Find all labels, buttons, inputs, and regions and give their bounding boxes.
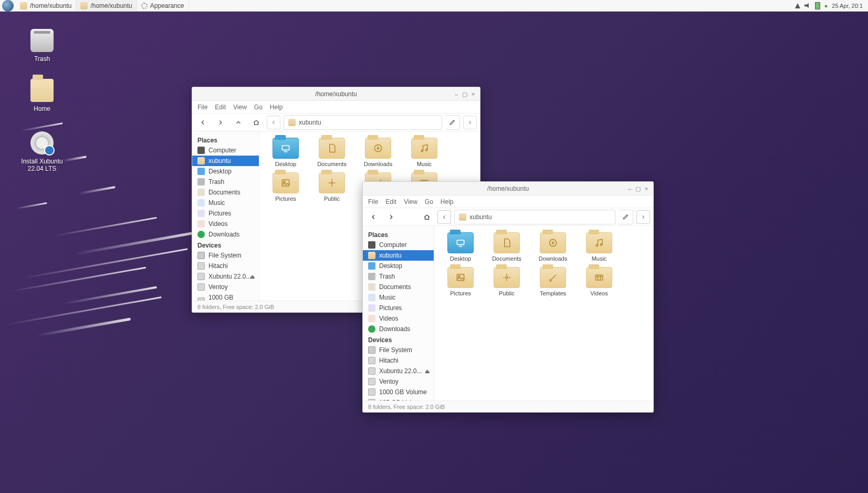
minimize-button[interactable]: –	[627, 186, 632, 191]
sidebar-item-trash[interactable]: Trash	[192, 177, 259, 187]
path-edit-button[interactable]	[445, 115, 460, 130]
sidebar-item-videos[interactable]: Videos	[363, 313, 434, 324]
forward-button[interactable]	[384, 210, 399, 224]
back-button[interactable]	[366, 210, 381, 224]
path-history-button[interactable]	[267, 116, 280, 129]
folder-item-templates[interactable]: Templates	[534, 267, 572, 296]
close-button[interactable]: ×	[470, 91, 476, 97]
file-manager-window-2[interactable]: /home/xubuntu – ▢ × File Edit View Go He…	[362, 181, 654, 413]
folder-item-desktop[interactable]: Desktop	[267, 138, 305, 167]
sidebar-item-pictures[interactable]: Pictures	[363, 303, 434, 313]
desktop-icon-install[interactable]: Install Xubuntu 22.04 LTS	[18, 131, 66, 172]
sidebar-item-trash[interactable]: Trash	[363, 271, 434, 282]
forward-button[interactable]	[213, 116, 228, 129]
sidebar-item-filesystem[interactable]: File System	[363, 345, 434, 355]
eject-icon[interactable]: ⏏	[425, 368, 430, 374]
sidebar-item-videos[interactable]: Videos	[192, 219, 259, 229]
sidebar-item-ventoy[interactable]: Ventoy	[363, 376, 434, 387]
sidebar-item-hitachi[interactable]: Hitachi	[363, 355, 434, 366]
path-bar[interactable]: xubuntu	[454, 210, 615, 224]
folder-item-documents[interactable]: Documents	[313, 138, 351, 167]
sidebar-item-home[interactable]: xubuntu	[192, 156, 259, 166]
sidebar-item-pictures[interactable]: Pictures	[192, 208, 259, 219]
sidebar-item-1000gb[interactable]: 1000 GB Volume	[363, 387, 434, 397]
menu-edit[interactable]: Edit	[215, 104, 226, 111]
maximize-button[interactable]: ▢	[462, 91, 467, 97]
trash-icon	[30, 29, 54, 52]
home-button[interactable]	[249, 116, 264, 129]
drive-icon	[197, 273, 205, 280]
sidebar-item-computer[interactable]: Computer	[192, 145, 259, 156]
sidebar-item-music[interactable]: Music	[363, 292, 434, 303]
folder-item-downloads[interactable]: Downloads	[534, 232, 572, 262]
home-button[interactable]	[420, 210, 434, 224]
path-next-button[interactable]	[463, 116, 477, 129]
sidebar-item-downloads[interactable]: Downloads	[363, 324, 434, 334]
eject-icon[interactable]: ⏏	[250, 274, 255, 280]
sidebar-item-documents[interactable]: Documents	[192, 187, 259, 198]
sidebar-item-downloads[interactable]: Downloads	[192, 229, 259, 240]
menu-view[interactable]: View	[233, 104, 247, 111]
desktop-icon-trash[interactable]: Trash	[18, 29, 66, 63]
battery-icon[interactable]	[815, 2, 820, 9]
sidebar-item-desktop[interactable]: Desktop	[192, 166, 259, 177]
svg-rect-17	[457, 274, 464, 281]
folder-item-documents[interactable]: Documents	[488, 232, 526, 262]
folder-item-public[interactable]: Public	[488, 267, 526, 296]
menu-help[interactable]: Help	[441, 198, 454, 206]
folder-item-music[interactable]: Music	[580, 232, 618, 262]
back-button[interactable]	[195, 116, 210, 129]
menu-file[interactable]: File	[368, 198, 378, 206]
menu-go[interactable]: Go	[425, 198, 433, 206]
desktop-icon-home[interactable]: Home	[18, 79, 66, 112]
titlebar[interactable]: /home/xubuntu – ▢ ×	[363, 182, 653, 196]
sidebar-item-hitachi[interactable]: Hitachi	[192, 261, 259, 271]
menu-go[interactable]: Go	[254, 104, 263, 111]
up-button[interactable]	[402, 210, 416, 224]
sidebar-item-computer[interactable]: Computer	[363, 240, 434, 250]
menu-help[interactable]: Help	[270, 104, 283, 111]
taskbar-item-filemanager-2[interactable]: /home/xubuntu	[76, 0, 137, 11]
taskbar-item-filemanager-1[interactable]: /home/xubuntu	[16, 0, 76, 11]
sidebar-item-documents[interactable]: Documents	[363, 282, 434, 292]
up-button[interactable]	[231, 116, 246, 129]
path-next-button[interactable]	[636, 210, 650, 224]
path-bar[interactable]: xubuntu	[284, 115, 442, 130]
folder-item-music[interactable]: Music	[405, 138, 443, 167]
menu-edit[interactable]: Edit	[385, 198, 396, 206]
folder-item-desktop[interactable]: Desktop	[442, 232, 479, 262]
folder-item-pictures[interactable]: Pictures	[442, 267, 479, 296]
sidebar-item-desktop[interactable]: Desktop	[363, 261, 434, 271]
menu-view[interactable]: View	[404, 198, 417, 206]
maximize-button[interactable]: ▢	[635, 186, 641, 191]
sidebar-item-125gb[interactable]: 125 GB Volu...⏏	[363, 397, 434, 400]
close-button[interactable]: ×	[644, 186, 649, 191]
applications-menu-icon[interactable]	[2, 0, 14, 12]
folder-item-downloads[interactable]: Downloads	[359, 138, 397, 167]
desktop-icon-label: Install Xubuntu 22.04 LTS	[18, 158, 66, 172]
status-bar: 8 folders, Free space: 2.0 GiB	[363, 400, 653, 412]
sidebar-item-home[interactable]: xubuntu	[363, 250, 434, 261]
clock[interactable]: 25 Apr, 20:1	[832, 3, 863, 9]
path-edit-button[interactable]	[619, 210, 633, 224]
path-history-button[interactable]	[437, 210, 451, 224]
folder-view[interactable]: DesktopDocumentsDownloadsMusicPicturesPu…	[434, 226, 653, 400]
sound-icon[interactable]	[804, 3, 811, 9]
taskbar-item-appearance[interactable]: Appearance	[137, 0, 189, 11]
folder-item-public[interactable]: Public	[313, 172, 351, 202]
gear-icon	[141, 3, 148, 9]
sidebar-item-filesystem[interactable]: File System	[192, 250, 259, 261]
eject-icon[interactable]: ⏏	[425, 400, 430, 401]
menu-file[interactable]: File	[197, 104, 207, 111]
sidebar-item-music[interactable]: Music	[192, 198, 259, 208]
folder-item-pictures[interactable]: Pictures	[267, 172, 305, 202]
svg-rect-5	[282, 180, 289, 186]
folder-item-videos[interactable]: Videos	[580, 267, 618, 296]
minimize-button[interactable]: –	[454, 91, 459, 97]
sidebar-item-1000gb[interactable]: 1000 GB Volume	[192, 292, 259, 301]
sidebar-item-xubuntu-media[interactable]: Xubuntu 22.0...⏏	[363, 366, 434, 376]
sidebar-item-ventoy[interactable]: Ventoy	[192, 282, 259, 292]
sidebar-item-xubuntu-media[interactable]: Xubuntu 22.0...⏏	[192, 271, 259, 282]
network-icon[interactable]	[795, 3, 800, 8]
titlebar[interactable]: /home/xubuntu – ▢ ×	[192, 87, 480, 101]
